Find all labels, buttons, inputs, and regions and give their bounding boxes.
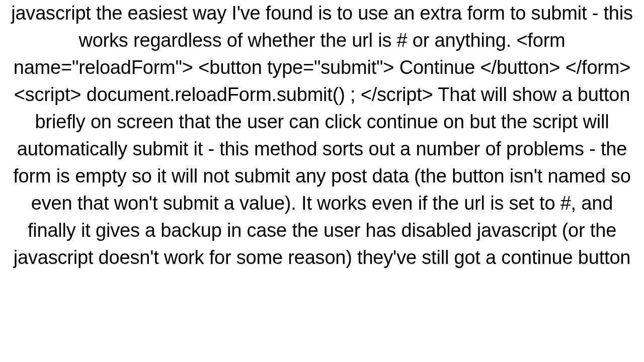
document-body: javascript the easiest way I've found is… xyxy=(0,0,644,272)
